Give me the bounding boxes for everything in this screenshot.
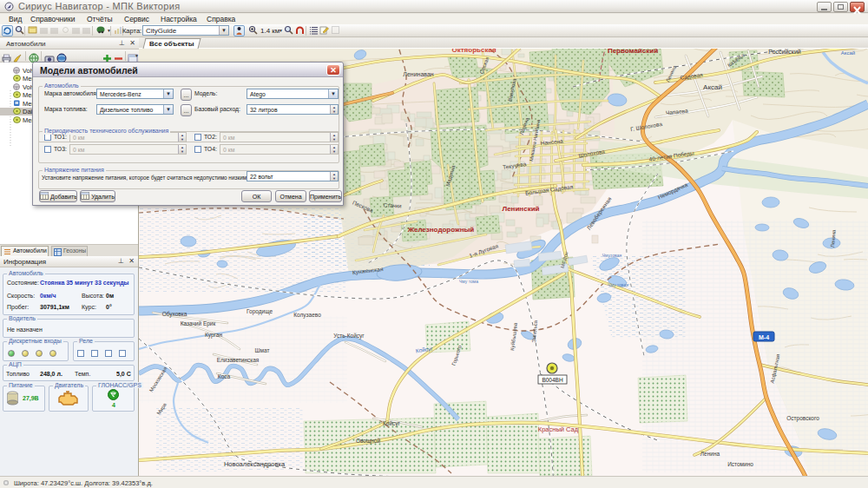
svg-text:Городище: Городище <box>247 308 273 315</box>
svg-text:Казачий Ерик: Казачий Ерик <box>181 320 216 327</box>
svg-text:Обуховка: Обуховка <box>162 311 187 318</box>
svg-text:Койсуг: Койсуг <box>383 420 401 427</box>
svg-text:Чму тома: Чму тома <box>459 279 478 284</box>
svg-text:Истомино: Истомино <box>727 461 753 467</box>
svg-text:Елизаветинская: Елизаветинская <box>217 357 260 363</box>
svg-text:Ленина: Ленина <box>700 451 720 457</box>
svg-text:Железнодорожный: Железнодорожный <box>407 226 475 234</box>
svg-text:Ленинский: Ленинский <box>503 205 540 213</box>
svg-text:В004ВН: В004ВН <box>542 377 563 383</box>
svg-text:Шмат: Шмат <box>255 347 270 353</box>
svg-text:Усть-Койсуг: Усть-Койсуг <box>333 333 365 340</box>
svg-text:Курган: Курган <box>205 332 222 339</box>
svg-text:Российский: Российский <box>768 49 801 55</box>
svg-text:Стачки: Стачки <box>383 201 402 208</box>
svg-text:Чмутовая: Чмутовая <box>602 253 622 258</box>
svg-text:Колузаево: Колузаево <box>293 312 321 319</box>
svg-text:Красный Сад: Красный Сад <box>538 425 579 433</box>
svg-text:Аксай: Аксай <box>841 50 855 56</box>
svg-text:M-4: M-4 <box>759 334 769 340</box>
svg-text:Аксай: Аксай <box>703 83 722 91</box>
svg-text:Ленинаван: Ленинаван <box>403 71 434 77</box>
svg-text:Коса: Коса <box>218 373 231 379</box>
svg-text:Островского: Островского <box>786 415 819 422</box>
svg-text:Чму товая: Чму товая <box>608 282 628 287</box>
svg-text:Новоалександровка: Новоалександровка <box>224 460 286 468</box>
svg-text:Овощной: Овощной <box>356 438 381 445</box>
